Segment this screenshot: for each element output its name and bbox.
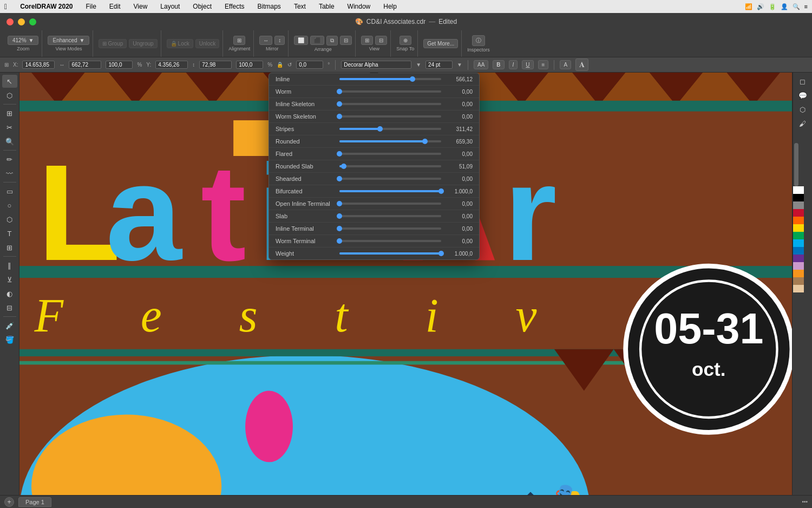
arrange-btn2[interactable]: ⬛	[310, 36, 324, 45]
fill-tool[interactable]: 🪣	[2, 333, 17, 346]
font-selector[interactable]	[341, 61, 411, 69]
color-swatch-blue[interactable]	[793, 247, 804, 255]
menu-bitmaps[interactable]: Bitmaps	[256, 2, 283, 11]
page-tab[interactable]: Page 1	[18, 497, 51, 507]
zoom-dropdown[interactable]: 412% ▼	[8, 36, 38, 45]
right-tool-2[interactable]: 💬	[795, 89, 810, 102]
parallel-tool[interactable]: ∥	[2, 259, 17, 272]
color-swatch-yellow[interactable]	[793, 224, 804, 232]
container-tool[interactable]: ⊟	[2, 301, 17, 314]
color-swatch-orange[interactable]	[793, 217, 804, 224]
vf-slider-2[interactable]	[339, 103, 441, 105]
vf-slider-7[interactable]	[339, 165, 441, 167]
scale-y-input[interactable]	[236, 61, 263, 69]
menu-window[interactable]: Window	[345, 2, 373, 11]
rect-tool[interactable]: ▭	[2, 185, 17, 198]
crop-tool[interactable]: ✂	[2, 121, 17, 134]
unlock-button[interactable]: Unlock	[195, 39, 220, 48]
freehand-tool[interactable]: ✏	[2, 153, 17, 166]
lock-button[interactable]: 🔒 Lock	[167, 39, 193, 48]
rotation-input[interactable]	[296, 61, 323, 69]
polygon-tool[interactable]: ⬡	[2, 213, 17, 226]
smart-draw-tool[interactable]: 〰	[2, 167, 17, 180]
node-tool[interactable]: ⬡	[2, 89, 17, 102]
alignment-button[interactable]: ⊞	[233, 36, 245, 45]
menu-table[interactable]: Table	[317, 2, 337, 11]
font-size-dropdown[interactable]: ▼	[457, 62, 462, 68]
arrange-btn4[interactable]: ⊟	[340, 36, 352, 45]
color-swatch-cyan[interactable]	[793, 239, 804, 247]
vf-slider-5[interactable]	[339, 140, 441, 142]
color-swatch-black[interactable]	[793, 194, 804, 201]
vf-slider-11[interactable]	[339, 215, 441, 217]
vf-slider-4[interactable]	[339, 128, 441, 130]
connector-tool[interactable]: ⊻	[2, 273, 17, 286]
mirror-v-button[interactable]: ↕	[274, 36, 285, 45]
color-swatch-gray[interactable]	[793, 201, 804, 209]
menu-coreldraw[interactable]: CorelDRAW 2020	[18, 2, 75, 11]
snap-button[interactable]: ⊕	[400, 36, 411, 45]
font-size-input[interactable]	[425, 61, 453, 69]
vf-slider-6[interactable]	[339, 153, 441, 155]
mirror-h-button[interactable]: ↔	[259, 36, 272, 45]
char-style-btn2[interactable]: 𝐀	[575, 58, 588, 71]
width-input[interactable]	[69, 61, 101, 69]
right-tool-4[interactable]: 🖌	[795, 117, 810, 130]
view-btn2[interactable]: ⊟	[375, 36, 387, 45]
minimize-button[interactable]	[18, 18, 25, 25]
vf-slider-10[interactable]	[339, 203, 441, 205]
menu-view[interactable]: View	[132, 2, 150, 11]
color-swatch-amber[interactable]	[793, 270, 804, 277]
vf-slider-0[interactable]	[339, 78, 441, 80]
get-more-button[interactable]: Get More...	[423, 39, 458, 48]
scale-x-input[interactable]	[106, 61, 133, 69]
menu-help[interactable]: Help	[381, 2, 399, 11]
color-swatch-lavender[interactable]	[793, 262, 804, 270]
right-tool-1[interactable]: ◻	[795, 75, 810, 88]
zoom-tool[interactable]: 🔍	[2, 135, 17, 148]
font-style-button[interactable]: AA	[474, 60, 488, 69]
maximize-button[interactable]	[29, 18, 36, 25]
color-swatch-white[interactable]	[793, 186, 804, 194]
ellipse-tool[interactable]: ○	[2, 199, 17, 212]
canvas-area[interactable]: L a t i n A r	[19, 73, 792, 495]
menu-text[interactable]: Text	[292, 2, 308, 11]
add-page-button[interactable]: +	[4, 497, 14, 507]
eyedropper-tool[interactable]: 💉	[2, 319, 17, 332]
vf-slider-12[interactable]	[339, 227, 441, 230]
scrollbar-thumb[interactable]	[794, 143, 798, 186]
color-swatch-tan[interactable]	[793, 285, 804, 292]
color-swatch-brown[interactable]	[793, 277, 804, 285]
arrange-btn1[interactable]: ⬜	[294, 36, 308, 45]
color-swatch-green[interactable]	[793, 232, 804, 239]
color-swatch-purple[interactable]	[793, 255, 804, 262]
select-tool[interactable]: ↖	[2, 75, 17, 88]
menu-edit[interactable]: Edit	[107, 2, 123, 11]
transform-tool[interactable]: ⊞	[2, 107, 17, 120]
vf-slider-3[interactable]	[339, 115, 441, 118]
search-icon[interactable]: 🔍	[793, 3, 800, 10]
height-input[interactable]	[199, 61, 232, 69]
menu-layout[interactable]: Layout	[158, 2, 182, 11]
shadow-tool[interactable]: ◐	[2, 287, 17, 300]
char-style-btn1[interactable]: A	[560, 60, 571, 69]
x-input[interactable]	[22, 61, 55, 69]
font-dropdown-icon[interactable]: ▼	[416, 62, 421, 68]
menu-file[interactable]: File	[84, 2, 99, 11]
align-button[interactable]: ≡	[538, 60, 549, 69]
underline-button[interactable]: U	[522, 60, 533, 69]
arrange-btn3[interactable]: ⧉	[326, 36, 338, 45]
y-input[interactable]	[155, 61, 188, 69]
view-mode-dropdown[interactable]: Enhanced ▼	[48, 36, 89, 45]
apple-menu[interactable]: 	[4, 2, 7, 11]
group-button[interactable]: ⊞ Group	[99, 39, 127, 48]
text-tool[interactable]: T	[2, 227, 17, 240]
status-options[interactable]: •••	[802, 499, 808, 505]
view-btn1[interactable]: ⊞	[361, 36, 373, 45]
menu-effects[interactable]: Effects	[222, 2, 246, 11]
table-tool[interactable]: ⊞	[2, 241, 17, 254]
vf-slider-13[interactable]	[339, 240, 441, 242]
bold-button[interactable]: B	[493, 60, 504, 69]
control-center-icon[interactable]: ≡	[804, 3, 808, 10]
ungroup-button[interactable]: Ungroup	[129, 39, 157, 48]
